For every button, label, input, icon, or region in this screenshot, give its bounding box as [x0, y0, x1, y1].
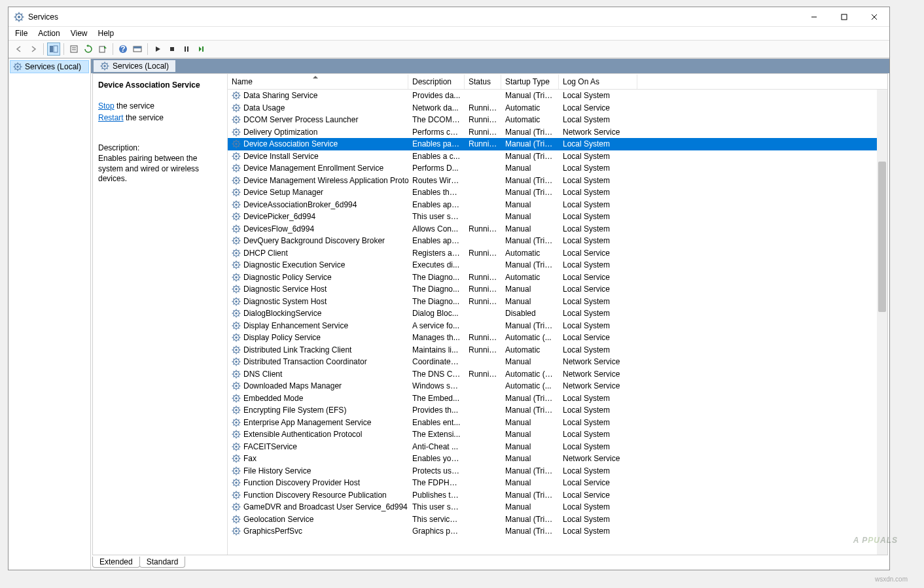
- service-row[interactable]: DeviceAssociationBroker_6d994Enables app…: [228, 199, 887, 211]
- service-logon: Local System: [559, 406, 637, 415]
- service-startup: Manual (Trig...: [501, 188, 559, 197]
- service-desc: Performs D...: [408, 164, 465, 173]
- service-row[interactable]: GameDVR and Broadcast User Service_6d994…: [228, 501, 887, 513]
- service-row[interactable]: Function Discovery Provider HostThe FDPH…: [228, 477, 887, 489]
- service-name: Function Discovery Resource Publication: [243, 491, 387, 500]
- close-button[interactable]: [859, 7, 889, 27]
- service-row[interactable]: FACEITServiceAnti-Cheat ...ManualLocal S…: [228, 441, 887, 453]
- service-row[interactable]: DialogBlockingServiceDialog Bloc...Disab…: [228, 307, 887, 320]
- col-name[interactable]: Name: [228, 75, 408, 89]
- stop-service-button[interactable]: [166, 43, 179, 56]
- service-startup: Manual (Trig...: [501, 176, 559, 185]
- tab-standard[interactable]: Standard: [139, 557, 186, 568]
- refresh-button[interactable]: [82, 43, 95, 56]
- service-startup: Manual: [501, 442, 559, 451]
- service-row[interactable]: File History ServiceProtects use...Manua…: [228, 465, 887, 477]
- menu-help[interactable]: Help: [98, 29, 115, 38]
- service-status: Running: [465, 297, 501, 306]
- service-name: Distributed Transaction Coordinator: [243, 357, 367, 366]
- service-row[interactable]: DevicesFlow_6d994Allows Con...RunningMan…: [228, 223, 887, 235]
- forward-button[interactable]: [27, 43, 40, 56]
- service-row[interactable]: Embedded ModeThe Embed...Manual (Trig...…: [228, 392, 887, 405]
- restart-link[interactable]: Restart: [98, 113, 124, 122]
- gear-icon: [232, 345, 241, 355]
- scrollbar-thumb[interactable]: [878, 162, 886, 312]
- service-row[interactable]: Function Discovery Resource PublicationP…: [228, 489, 887, 502]
- service-row[interactable]: Display Policy ServiceManages th...Runni…: [228, 332, 887, 344]
- service-row[interactable]: DevQuery Background Discovery BrokerEnab…: [228, 235, 887, 247]
- service-row[interactable]: Encrypting File System (EFS)Provides th.…: [228, 404, 887, 417]
- service-row[interactable]: Downloaded Maps ManagerWindows se...Auto…: [228, 380, 887, 392]
- service-name: DNS Client: [243, 370, 282, 379]
- menu-file[interactable]: File: [15, 29, 27, 38]
- gear-icon: [232, 212, 241, 221]
- service-name: Diagnostic Policy Service: [243, 273, 332, 282]
- minimize-button[interactable]: [799, 7, 829, 27]
- service-row[interactable]: Diagnostic Policy ServiceThe Diagno...Ru…: [228, 271, 887, 284]
- service-row[interactable]: Device Install ServiceEnables a c...Manu…: [228, 150, 887, 163]
- menu-action[interactable]: Action: [38, 29, 60, 38]
- service-name: Distributed Link Tracking Client: [243, 345, 351, 355]
- service-row[interactable]: Diagnostic Execution ServiceExecutes di.…: [228, 259, 887, 271]
- svg-rect-23: [133, 46, 141, 48]
- back-button[interactable]: [12, 43, 26, 56]
- service-desc: Manages th...: [408, 333, 465, 342]
- service-row[interactable]: Diagnostic Service HostThe Diagno...Runn…: [228, 283, 887, 296]
- scrollbar[interactable]: [877, 90, 887, 555]
- service-name: Device Association Service: [243, 139, 338, 148]
- export-button[interactable]: [96, 43, 109, 56]
- show-hide-tree-button[interactable]: [47, 43, 60, 56]
- service-status: Running: [465, 249, 501, 258]
- col-logon[interactable]: Log On As: [559, 75, 637, 89]
- properties-button[interactable]: [67, 43, 80, 56]
- service-row[interactable]: DNS ClientThe DNS Cli...RunningAutomatic…: [228, 368, 887, 381]
- titlebar[interactable]: Services: [9, 7, 889, 27]
- service-row[interactable]: Data Sharing ServiceProvides da...Manual…: [228, 90, 887, 102]
- service-logon: Network Service: [559, 381, 637, 390]
- service-startup: Manual (Trig...: [501, 128, 559, 137]
- action-bar-button[interactable]: [131, 43, 144, 56]
- col-status[interactable]: Status: [465, 75, 501, 89]
- service-row[interactable]: Display Enhancement ServiceA service fo.…: [228, 320, 887, 332]
- col-startup[interactable]: Startup Type: [501, 75, 559, 89]
- service-row[interactable]: Device Management Wireless Application P…: [228, 175, 887, 187]
- service-logon: Local Service: [559, 491, 637, 500]
- service-row[interactable]: Extensible Authentication ProtocolThe Ex…: [228, 428, 887, 441]
- service-status: Running: [465, 345, 501, 355]
- gear-icon: [232, 502, 241, 511]
- service-row[interactable]: Device Setup ManagerEnables the ...Manua…: [228, 186, 887, 199]
- tree-root-node[interactable]: Services (Local): [10, 60, 89, 73]
- service-desc: Performs co...: [408, 128, 465, 137]
- service-row[interactable]: Device Association ServiceEnables pair..…: [228, 138, 887, 150]
- service-logon: Local Service: [559, 285, 637, 294]
- service-status: Running: [465, 224, 501, 233]
- maximize-button[interactable]: [829, 7, 859, 27]
- help-button[interactable]: ?: [116, 43, 130, 56]
- service-row[interactable]: Device Management Enrollment ServicePerf…: [228, 162, 887, 175]
- view-tab[interactable]: Services (Local): [94, 60, 175, 72]
- service-row[interactable]: Distributed Link Tracking ClientMaintain…: [228, 344, 887, 356]
- service-row[interactable]: Geolocation ServiceThis service ...Manua…: [228, 513, 887, 526]
- service-status: Running: [465, 273, 501, 282]
- service-desc: Enables app...: [408, 200, 465, 209]
- service-row[interactable]: DCOM Server Process LauncherThe DCOML...…: [228, 114, 887, 126]
- service-row[interactable]: Distributed Transaction CoordinatorCoord…: [228, 356, 887, 368]
- restart-service-button[interactable]: [194, 43, 207, 56]
- start-service-button[interactable]: [151, 43, 164, 56]
- service-startup: Automatic: [501, 115, 559, 124]
- service-row[interactable]: DevicePicker_6d994This user ser...Manual…: [228, 211, 887, 223]
- service-row[interactable]: Diagnostic System HostThe Diagno...Runni…: [228, 296, 887, 308]
- service-row[interactable]: Data UsageNetwork da...RunningAutomaticL…: [228, 102, 887, 114]
- service-row[interactable]: FaxEnables you...ManualNetwork Service: [228, 453, 887, 465]
- service-logon: Local System: [559, 442, 637, 451]
- stop-link[interactable]: Stop: [98, 101, 115, 111]
- service-row[interactable]: DHCP ClientRegisters an...RunningAutomat…: [228, 247, 887, 260]
- service-desc: The Embed...: [408, 394, 465, 403]
- service-row[interactable]: GraphicsPerfSvcGraphics pe...Manual (Tri…: [228, 525, 887, 538]
- menu-view[interactable]: View: [71, 29, 88, 38]
- service-row[interactable]: Enterprise App Management ServiceEnables…: [228, 417, 887, 429]
- col-description[interactable]: Description: [408, 75, 465, 89]
- pause-service-button[interactable]: [180, 43, 193, 56]
- service-row[interactable]: Delivery OptimizationPerforms co...Runni…: [228, 126, 887, 139]
- tab-extended[interactable]: Extended: [92, 557, 140, 568]
